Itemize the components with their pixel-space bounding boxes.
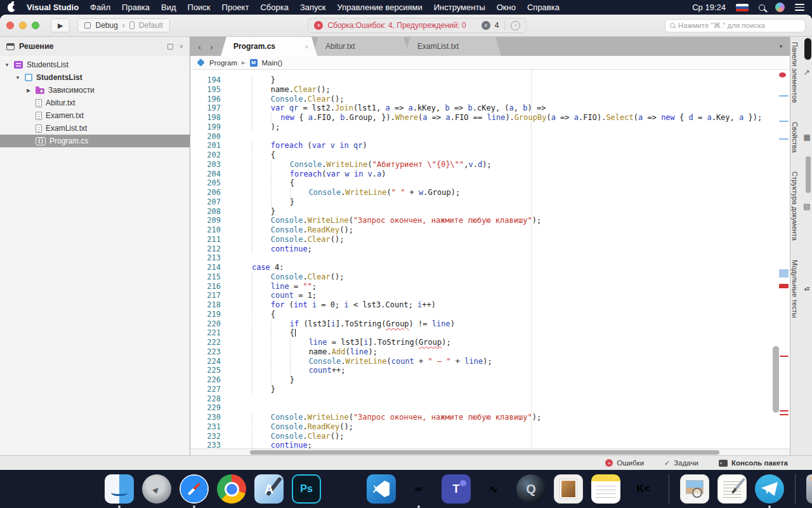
code-line-218: 218 for (int i = 0; i < lst3.Count; i++) (190, 300, 772, 310)
dock-photoshop-icon[interactable]: Ps (292, 474, 321, 504)
code-line-216: 216 line = ""; (190, 282, 772, 291)
upload-arrow-icon[interactable]: ↑ (511, 21, 520, 30)
dock-safari-icon[interactable] (180, 474, 209, 504)
dock-mail-icon[interactable] (554, 474, 583, 504)
dock-final-cut-pro-icon[interactable] (329, 474, 358, 504)
breadcrumb-member[interactable]: Main() (262, 59, 283, 67)
code-editor[interactable]: 194 }195 name.Clear();196 Console.Clear(… (190, 70, 790, 448)
dock-telegram-icon[interactable] (755, 474, 784, 504)
dock-chrome-icon[interactable] (217, 474, 246, 504)
unit-tests-icon: ↯ (802, 286, 811, 292)
dock-notes-icon[interactable] (591, 474, 620, 504)
disclosure-closed-icon[interactable]: ▶ (25, 88, 32, 93)
dock-quicktime-icon[interactable]: Q (516, 474, 546, 504)
menu-item[interactable]: Инструменты (434, 3, 485, 12)
tree-item-Examen.txt[interactable]: Examen.txt (0, 109, 190, 122)
horizontal-scrollbar-thumb[interactable] (250, 450, 719, 455)
menu-item[interactable]: Справка (527, 3, 560, 12)
dock-k-app-icon[interactable]: K< (629, 474, 658, 504)
dock-visual-studio-icon[interactable]: ∞ (404, 474, 433, 504)
dock-activity-monitor-icon[interactable]: ∿ (479, 474, 508, 504)
line-number: 213 (190, 253, 227, 263)
code-line-203: 203 Console.WriteLine("Абитуриент \"{0}\… (190, 160, 772, 170)
close-button[interactable] (6, 22, 14, 29)
toolbox-icon: ↖ (802, 69, 811, 76)
tab-Program.cs[interactable]: Program.cs○ (221, 37, 317, 56)
tree-item-StudentsList[interactable]: ▼StudentsList (0, 58, 190, 71)
control-center-icon[interactable] (795, 4, 804, 11)
code-text: } (233, 385, 275, 394)
tree-item-Зависимости[interactable]: ▶Зависимости (0, 84, 190, 97)
tree-item-StudentsList[interactable]: ▼StudentsList (0, 71, 190, 84)
dock-preview-icon[interactable] (680, 474, 709, 504)
menu-item[interactable]: Запуск (300, 3, 326, 12)
vertical-scrollbar-thumb[interactable] (773, 346, 779, 413)
scrollbar-change-block (779, 269, 789, 277)
menu-item[interactable]: Вид (161, 3, 176, 12)
tab-Abitur.txt[interactable]: Abitur.txt (313, 37, 409, 56)
editor-vertical-scrollbar[interactable] (772, 70, 790, 448)
tab-overflow-dropdown-icon[interactable]: ▼ (778, 37, 783, 56)
dock-textedit-icon[interactable] (717, 474, 747, 504)
modified-indicator-icon[interactable]: ○ (304, 43, 308, 50)
window-controls (6, 22, 39, 29)
nav-back-icon[interactable]: ‹ (198, 41, 201, 52)
dock-vscode-icon[interactable] (367, 474, 396, 504)
errors-pad-button[interactable]: × Ошибки (595, 459, 654, 467)
pad-dock-icon[interactable] (167, 44, 173, 50)
tasks-pad-button[interactable]: ✓ Задачи (654, 459, 709, 467)
apple-menu-icon[interactable] (8, 3, 15, 12)
chrome-app-icon (217, 474, 246, 504)
run-button[interactable]: ▶ (51, 18, 70, 32)
code-line-215: 215 Console.Clear(); (190, 272, 772, 282)
editor-horizontal-scrollbar[interactable] (190, 448, 790, 455)
tree-item-ExamList.txt[interactable]: ExamList.txt (0, 122, 190, 135)
code-text: continue; (233, 244, 312, 254)
menu-item[interactable]: Правка (122, 3, 150, 12)
spotlight-search-icon[interactable] (759, 4, 765, 11)
right-pad-tab-label: Структура документа (791, 171, 799, 241)
main-content: Решение × ▼StudentsList▼StudentsList▶Зав… (0, 37, 812, 455)
tab-ExamList.txt[interactable]: ExamList.txt (405, 37, 501, 56)
tree-item-Abitur.txt[interactable]: Abitur.txt (0, 97, 190, 109)
dock-trash-icon[interactable] (806, 474, 812, 504)
active-app-name[interactable]: Visual Studio (27, 3, 79, 12)
line-number: 221 (190, 328, 227, 338)
menu-item[interactable]: Поиск (188, 3, 211, 12)
right-strip-scrollbar-thumb[interactable] (806, 156, 811, 193)
tree-item-label: Abitur.txt (46, 98, 75, 107)
line-number: 200 (190, 132, 227, 142)
menu-bar-clock[interactable]: Ср 19:24 (692, 3, 726, 12)
zoom-button[interactable] (32, 22, 39, 29)
menu-item[interactable]: Файл (90, 3, 110, 12)
dock-finder-icon[interactable] (105, 474, 134, 504)
dock-xcode-icon[interactable]: A (254, 474, 284, 504)
menu-item[interactable]: Управление версиями (337, 3, 422, 12)
disclosure-open-icon[interactable]: ▼ (4, 62, 10, 68)
configuration-selector[interactable]: Debug › Default (77, 18, 169, 32)
right-pad-tab-Модульные тесты[interactable]: ↯Модульные тесты (791, 260, 811, 318)
breadcrumb-type[interactable]: Program (209, 59, 237, 67)
package-console-button[interactable]: › Консоль пакета (709, 459, 798, 467)
code-text: Console.WriteLine("Запрос окончен, нажми… (233, 216, 541, 225)
menu-item[interactable]: Окно (497, 3, 516, 12)
search-input[interactable] (678, 22, 801, 29)
pad-close-icon[interactable]: × (180, 44, 183, 50)
menu-item[interactable]: Проект (222, 3, 249, 12)
dock-launchpad-icon[interactable]: ▲ (142, 474, 171, 504)
build-status-pill[interactable]: × Сборка:Ошибок: 4, Предупреждений: 0 × … (308, 18, 527, 33)
global-search-field[interactable] (665, 19, 806, 32)
vscode-app-icon (367, 474, 396, 504)
nav-forward-icon[interactable]: › (210, 41, 213, 52)
right-pad-tab-Свойства[interactable]: ▦Свойства (791, 122, 811, 152)
tree-item-Program.cs[interactable]: {}Program.cs (0, 135, 190, 147)
dock-teams-icon[interactable]: T (442, 474, 471, 504)
disclosure-open-icon[interactable]: ▼ (15, 75, 21, 81)
menu-item[interactable]: Сборка (260, 3, 289, 12)
siri-icon[interactable] (775, 3, 785, 12)
scrollbar-error-marker (780, 356, 789, 357)
line-number: 209 (190, 216, 227, 225)
minimize-button[interactable] (19, 22, 27, 29)
code-lines: 194 }195 name.Clear();196 Console.Clear(… (190, 76, 772, 448)
input-language-flag-icon[interactable] (736, 4, 749, 11)
